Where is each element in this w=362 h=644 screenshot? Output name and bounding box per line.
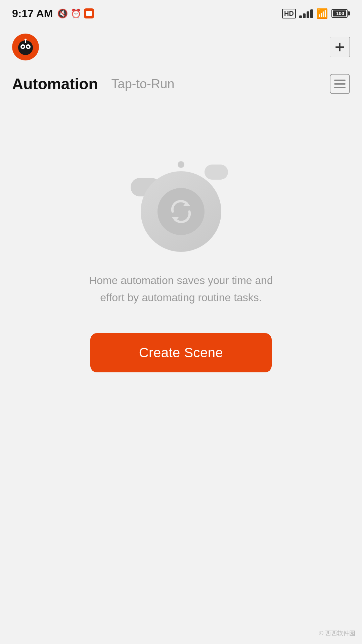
svg-rect-9 xyxy=(334,87,346,88)
app-logo xyxy=(12,34,39,60)
status-icons: 🔇 ⏰ xyxy=(57,8,94,19)
create-scene-button[interactable]: Create Scene xyxy=(90,333,272,372)
watermark: © 西西软件园 xyxy=(319,629,355,637)
robot-face-icon xyxy=(15,37,36,57)
hd-badge: HD xyxy=(282,9,296,18)
header: + xyxy=(0,27,362,67)
record-icon xyxy=(84,8,94,18)
svg-rect-7 xyxy=(334,80,346,81)
empty-circle-bg xyxy=(141,171,221,252)
list-view-button[interactable] xyxy=(330,74,350,94)
status-bar-right: HD 📶 100 xyxy=(282,8,350,19)
sun-decoration xyxy=(178,161,184,168)
cloud-right-decoration xyxy=(205,165,228,180)
alarm-icon: ⏰ xyxy=(71,8,81,19)
sync-icon xyxy=(166,196,196,227)
empty-state: Home automation saves your time and effo… xyxy=(0,131,362,393)
sync-icon-circle xyxy=(157,188,205,235)
nav-tabs: Automation Tap-to-Run xyxy=(0,67,362,104)
svg-point-3 xyxy=(22,46,24,48)
status-bar: 9:17 AM 🔇 ⏰ HD 📶 100 xyxy=(0,0,362,27)
tab-tap-to-run[interactable]: Tap-to-Run xyxy=(111,77,175,91)
add-automation-button[interactable]: + xyxy=(330,37,350,57)
status-time: 9:17 AM xyxy=(12,7,53,20)
signal-bars-icon xyxy=(299,9,313,18)
wifi-icon: 📶 xyxy=(316,8,328,19)
empty-description: Home automation saves your time and effo… xyxy=(80,272,282,306)
mute-icon: 🔇 xyxy=(57,8,68,19)
svg-rect-8 xyxy=(334,83,346,85)
svg-point-4 xyxy=(27,46,29,48)
svg-point-6 xyxy=(25,39,27,41)
status-bar-left: 9:17 AM 🔇 ⏰ xyxy=(12,7,94,20)
plus-icon: + xyxy=(335,38,345,56)
empty-illustration xyxy=(134,158,228,252)
nav-tabs-left: Automation Tap-to-Run xyxy=(12,75,175,93)
battery-icon: 100 xyxy=(331,9,350,18)
list-icon xyxy=(334,79,346,89)
tab-automation[interactable]: Automation xyxy=(12,75,98,93)
